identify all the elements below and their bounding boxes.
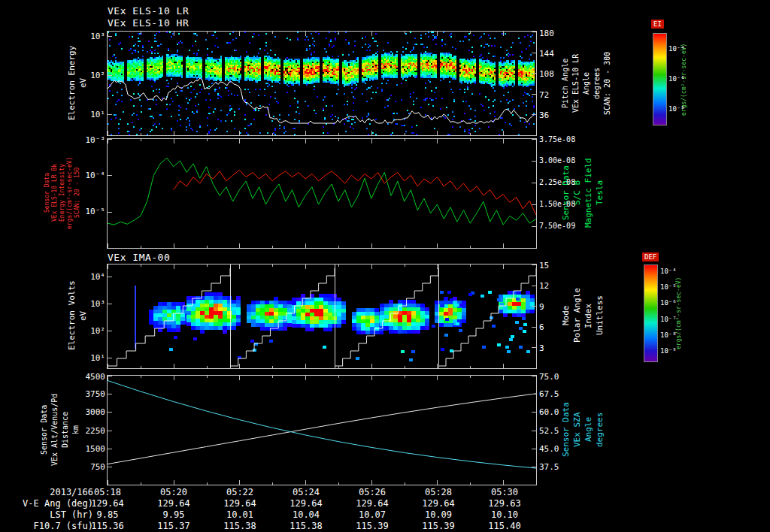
colorbar2 — [644, 264, 658, 362]
panel1-right-axis-label: Pitch Angle VEx ELS-10 LR Angle degrees … — [560, 29, 619, 138]
orbit-value-cell: 115.36 — [86, 521, 129, 531]
orbit-value-cell: 129.63 — [484, 498, 526, 509]
orbit-value-cell: 10.01 — [219, 509, 261, 520]
panel2-right-axis-label: Sensor Data S/C B Magnetic Field Tesla — [560, 138, 607, 247]
axis-tick-label: 52.5 — [539, 426, 566, 436]
orbit-value-cell: 115.40 — [484, 521, 526, 531]
intensity-bfield-line-canvas — [107, 138, 537, 249]
orbit-value-cell: 129.64 — [285, 498, 327, 509]
axis-tick-label: 10³ — [78, 299, 105, 309]
panel1-title-lr: VEx ELS-10 LR — [108, 5, 189, 17]
time-tick-label: 05:22 — [222, 487, 258, 497]
orbit-value-cell: 10.07 — [351, 509, 393, 520]
axis-tick-label: 3.75e-08 — [539, 135, 586, 144]
row-label-f107: F10.7 (sfu) — [2, 521, 93, 531]
axis-tick-label: 3 — [539, 343, 559, 353]
axis-tick-label: 6 — [539, 322, 559, 332]
axis-tick-label: 10¹ — [78, 110, 105, 119]
axis-tick-label: 10⁻⁵ — [78, 207, 105, 216]
orbit-value-cell: 115.37 — [153, 521, 195, 531]
axis-tick-label: 36 — [539, 110, 566, 120]
axis-tick-label: 10⁻⁶ — [668, 75, 691, 83]
axis-tick-label: 60.0 — [539, 407, 566, 417]
axis-tick-label: 10⁻⁴ — [78, 171, 105, 180]
orbit-value-cell: 115.39 — [417, 521, 459, 531]
axis-tick-label: 12 — [539, 281, 559, 291]
colorbar1 — [653, 33, 667, 125]
axis-tick-label: 10⁴ — [78, 272, 105, 282]
altitude-sza-line-canvas — [107, 375, 537, 485]
orbit-value-cell: 10.09 — [417, 509, 459, 520]
orbit-value-cell: 10.10 — [484, 509, 526, 520]
axis-tick-label: 1.50e-08 — [539, 200, 586, 208]
orbit-value-cell: 115.39 — [351, 521, 393, 531]
els-spectrogram-canvas — [107, 31, 537, 136]
vex-orbit-plot-screen: VEx ELS-10 LR VEx ELS-10 HR VEx IMA-00 E… — [0, 0, 770, 532]
axis-tick-label: 67.5 — [539, 389, 566, 399]
orbit-value-cell: 129.64 — [86, 498, 129, 509]
axis-tick-label: 10¹ — [78, 353, 105, 363]
time-tick-label: 05:30 — [487, 487, 523, 497]
time-tick-label: 05:26 — [354, 487, 390, 497]
axis-tick-label: 180 — [539, 29, 566, 38]
axis-tick-label: 108 — [539, 69, 566, 79]
orbit-value-cell: 9.85 — [86, 509, 129, 520]
panel3-title: VEx IMA-00 — [108, 252, 170, 263]
axis-tick-label: 1500 — [74, 444, 105, 454]
axis-tick-label: 2250 — [74, 426, 105, 436]
axis-tick-label: 2.25e-08 — [539, 178, 586, 186]
axis-tick-label: 45.0 — [539, 444, 566, 454]
axis-tick-label: 10⁻⁴ — [660, 268, 683, 275]
axis-tick-label: 3750 — [74, 389, 105, 399]
axis-tick-label: 72 — [539, 90, 566, 100]
orbit-value-cell: 129.64 — [351, 498, 393, 509]
colorbar1-title: EI — [651, 20, 664, 29]
orbit-value-cell: 115.38 — [219, 521, 261, 531]
axis-tick-label: 15 — [539, 261, 559, 271]
panel1-title-hr: VEx ELS-10 HR — [108, 17, 189, 29]
axis-tick-label: 10² — [78, 71, 105, 80]
axis-tick-label: 144 — [539, 49, 566, 59]
orbit-value-cell: 115.38 — [285, 521, 327, 531]
date-label: 2013/166 — [2, 487, 93, 497]
axis-tick-label: 10³ — [78, 32, 105, 41]
axis-tick-label: 10⁻⁶ — [660, 299, 683, 307]
time-tick-label: 05:24 — [288, 487, 324, 497]
axis-tick-label: 10⁻⁵ — [660, 283, 683, 291]
colorbar2-title: DEF — [642, 252, 659, 261]
time-tick-label: 05:28 — [420, 487, 456, 497]
orbit-value-cell: 10.04 — [285, 509, 327, 520]
axis-tick-label: 10⁻⁸ — [668, 105, 691, 113]
axis-tick-label: 750 — [74, 462, 105, 472]
axis-tick-label: 4500 — [74, 372, 105, 382]
panel3-right-axis-label: Mode Polar Angle Index Unitless — [560, 264, 607, 367]
row-label-lst: LST (hr) — [2, 509, 93, 520]
axis-tick-label: 3000 — [74, 407, 105, 417]
axis-tick-label: 3.00e-08 — [539, 156, 586, 165]
panel4-right-axis-label: Sensor Data VEx SZA Angle degrees — [560, 375, 607, 484]
axis-tick-label: 10⁻³ — [78, 135, 105, 145]
row-label-ve-ang: V-E Ang (deg) — [2, 498, 93, 509]
axis-tick-label: 10⁻⁷ — [660, 316, 683, 323]
orbit-value-cell: 129.64 — [153, 498, 195, 509]
axis-tick-label: 10⁻⁴ — [668, 45, 691, 53]
time-tick-label: 05:20 — [156, 487, 192, 497]
axis-tick-label: 10⁻⁹ — [660, 347, 683, 355]
time-tick-label: 05:18 — [89, 487, 126, 497]
axis-tick-label: 10⁻⁸ — [660, 331, 683, 339]
axis-tick-label: 7.50e-09 — [539, 222, 586, 230]
ima-spectrogram-canvas — [107, 264, 537, 369]
orbit-value-cell: 129.64 — [417, 498, 459, 509]
orbit-value-cell: 9.95 — [153, 509, 195, 520]
axis-tick-label: 37.5 — [539, 462, 566, 472]
orbit-value-cell: 129.64 — [219, 498, 261, 509]
panel2-left-axis-label: Sensor Data VEx ELS-10 LR Bk Energy Inte… — [44, 138, 83, 247]
axis-tick-label: 10² — [78, 326, 105, 336]
axis-tick-label: 75.0 — [539, 372, 566, 382]
axis-tick-label: 9 — [539, 302, 559, 312]
